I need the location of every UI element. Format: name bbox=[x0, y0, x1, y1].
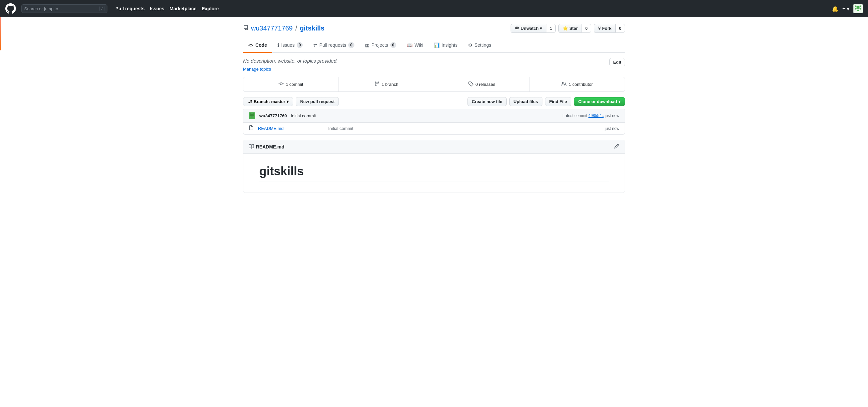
stats-bar: 1 commit 1 branch 0 releases 1 contribut… bbox=[243, 77, 625, 92]
page-content: wu347771769 / gitskills 👁 Unwatch ▾ 1 ⭐ … bbox=[235, 17, 633, 199]
svg-point-11 bbox=[250, 115, 251, 116]
plus-icon: + bbox=[842, 6, 845, 11]
fork-group: ⑂ Fork 0 bbox=[594, 24, 625, 33]
unwatch-group: 👁 Unwatch ▾ 1 bbox=[510, 24, 556, 33]
star-group: ⭐ Star 0 bbox=[558, 24, 591, 33]
chevron-down-icon: ▾ bbox=[618, 99, 621, 104]
clone-or-download-button[interactable]: Clone or download ▾ bbox=[574, 97, 625, 106]
file-table: wu347771769 Initial commit Latest commit… bbox=[243, 109, 625, 134]
repo-title: wu347771769 / gitskills bbox=[243, 25, 324, 32]
avatar[interactable] bbox=[854, 4, 863, 13]
eye-icon: 👁 bbox=[515, 26, 519, 31]
contributors-stat[interactable]: 1 contributor bbox=[529, 77, 625, 92]
pencil-icon bbox=[614, 144, 619, 150]
file-toolbar: ⎇ Branch: master ▾ New pull request Crea… bbox=[243, 97, 625, 106]
find-file-button[interactable]: Find File bbox=[545, 97, 571, 106]
tab-pull-requests[interactable]: ⇄ Pull requests 0 bbox=[308, 38, 360, 53]
contributors-icon bbox=[561, 81, 567, 88]
svg-point-10 bbox=[253, 113, 254, 115]
create-new-file-button[interactable]: Create new file bbox=[467, 97, 506, 106]
repo-header: wu347771769 / gitskills 👁 Unwatch ▾ 1 ⭐ … bbox=[243, 24, 625, 33]
main-nav: Pull requests Issues Marketplace Explore bbox=[115, 6, 219, 11]
star-button[interactable]: ⭐ Star bbox=[558, 24, 582, 33]
commit-sha-link[interactable]: 498554c bbox=[589, 113, 604, 118]
new-pull-request-button[interactable]: New pull request bbox=[296, 97, 339, 106]
svg-point-12 bbox=[253, 115, 254, 116]
navbar: Search or jump to... / Pull requests Iss… bbox=[0, 0, 868, 17]
insights-icon: 📊 bbox=[434, 42, 440, 48]
nav-marketplace[interactable]: Marketplace bbox=[170, 6, 196, 11]
commit-message: Initial commit bbox=[291, 113, 316, 118]
readme-icon bbox=[249, 144, 254, 150]
projects-icon: ▦ bbox=[365, 42, 369, 48]
fork-icon: ⑂ bbox=[598, 26, 601, 31]
repo-owner-link[interactable]: wu347771769 bbox=[251, 25, 293, 32]
branches-stat[interactable]: 1 branch bbox=[339, 77, 434, 92]
repo-type-icon bbox=[243, 25, 248, 32]
tab-settings[interactable]: ⚙ Settings bbox=[463, 38, 497, 53]
commit-author-link[interactable]: wu347771769 bbox=[259, 113, 287, 118]
file-time: just now bbox=[605, 126, 619, 131]
svg-point-8 bbox=[251, 114, 253, 116]
github-logo[interactable] bbox=[5, 3, 16, 14]
code-icon: <> bbox=[248, 43, 253, 48]
star-count[interactable]: 0 bbox=[582, 24, 591, 33]
svg-point-4 bbox=[855, 8, 857, 9]
readme-heading: gitskills bbox=[259, 164, 609, 182]
pr-icon: ⇄ bbox=[313, 42, 317, 48]
file-commit-message: Initial commit bbox=[328, 126, 601, 131]
nav-explore[interactable]: Explore bbox=[202, 6, 218, 11]
tag-icon bbox=[468, 81, 473, 88]
tab-wiki[interactable]: 📖 Wiki bbox=[402, 38, 428, 53]
new-menu-button[interactable]: + ▾ bbox=[842, 6, 849, 12]
star-icon: ⭐ bbox=[563, 26, 568, 31]
branches-icon bbox=[374, 81, 380, 88]
svg-point-2 bbox=[855, 5, 857, 7]
file-actions-right: Create new file Upload files Find File C… bbox=[467, 97, 625, 106]
notifications-button[interactable]: 🔔 bbox=[832, 6, 838, 12]
repo-tabs: <> Code ℹ Issues 0 ⇄ Pull requests 0 ▦ P… bbox=[243, 38, 625, 53]
readme-header: README.md bbox=[243, 140, 625, 154]
settings-icon: ⚙ bbox=[468, 42, 472, 48]
search-kbd: / bbox=[99, 6, 104, 11]
fork-count[interactable]: 0 bbox=[615, 24, 625, 33]
tab-projects[interactable]: ▦ Projects 0 bbox=[360, 38, 402, 53]
unwatch-button[interactable]: 👁 Unwatch ▾ bbox=[510, 24, 546, 33]
file-row: README.md Initial commit just now bbox=[243, 123, 625, 134]
releases-stat[interactable]: 0 releases bbox=[434, 77, 530, 92]
description-text: No description, website, or topics provi… bbox=[243, 58, 610, 71]
readme-edit-button[interactable] bbox=[614, 144, 619, 150]
chevron-down-icon: ▾ bbox=[286, 99, 289, 104]
file-icon bbox=[249, 125, 254, 132]
readme-content: gitskills bbox=[243, 154, 625, 193]
tab-insights[interactable]: 📊 Insights bbox=[429, 38, 463, 53]
issues-icon: ℹ bbox=[278, 42, 279, 48]
tab-code[interactable]: <> Code bbox=[243, 38, 272, 53]
svg-point-6 bbox=[857, 10, 859, 11]
repo-name-link[interactable]: gitskills bbox=[300, 25, 324, 32]
readme-box: README.md gitskills bbox=[243, 140, 625, 193]
readme-title: README.md bbox=[249, 144, 284, 150]
edit-button[interactable]: Edit bbox=[610, 58, 625, 66]
wiki-icon: 📖 bbox=[407, 42, 412, 48]
manage-topics-link[interactable]: Manage topics bbox=[243, 67, 271, 71]
svg-point-5 bbox=[859, 8, 861, 9]
file-name-link[interactable]: README.md bbox=[258, 126, 324, 131]
fork-button[interactable]: ⑂ Fork bbox=[594, 24, 615, 33]
chevron-down-icon: ▾ bbox=[540, 26, 542, 31]
svg-point-1 bbox=[857, 6, 860, 9]
tab-issues[interactable]: ℹ Issues 0 bbox=[272, 38, 308, 53]
latest-commit-row: wu347771769 Initial commit Latest commit… bbox=[243, 109, 625, 123]
navbar-right: 🔔 + ▾ bbox=[832, 4, 863, 13]
commit-meta: Latest commit 498554c just now bbox=[563, 113, 619, 118]
commit-author-avatar bbox=[249, 112, 255, 119]
upload-files-button[interactable]: Upload files bbox=[509, 97, 542, 106]
unwatch-count[interactable]: 1 bbox=[546, 24, 556, 33]
nav-issues[interactable]: Issues bbox=[150, 6, 164, 11]
branch-selector[interactable]: ⎇ Branch: master ▾ bbox=[243, 97, 293, 106]
svg-point-13 bbox=[251, 116, 253, 118]
repo-description: No description, website, or topics provi… bbox=[243, 58, 625, 71]
nav-pull-requests[interactable]: Pull requests bbox=[115, 6, 145, 11]
search-bar[interactable]: Search or jump to... / bbox=[21, 4, 107, 13]
commits-stat[interactable]: 1 commit bbox=[243, 77, 339, 92]
